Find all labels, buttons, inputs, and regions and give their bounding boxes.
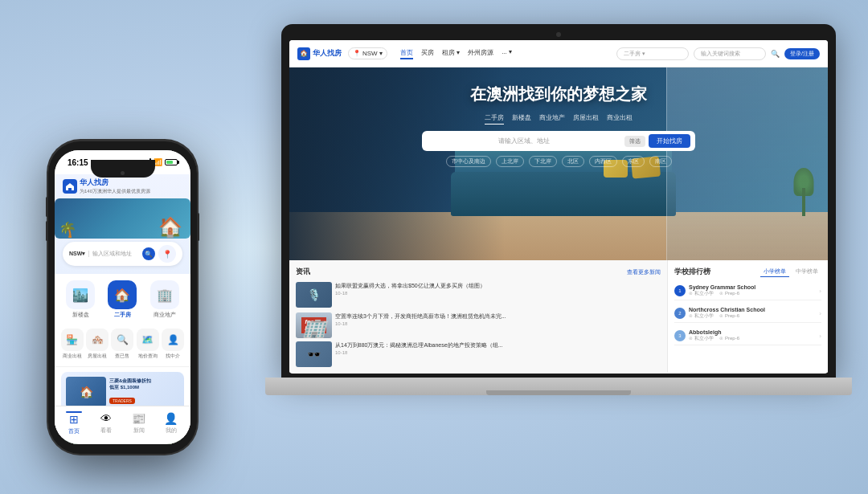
school-rank-1: 1: [674, 285, 686, 296]
phone-nav-profile[interactable]: 👤 我的: [155, 412, 187, 435]
phone-search-bar[interactable]: NSW▾ 输入区域和地址 🔍 📍: [63, 242, 182, 266]
hero-tab-commercial[interactable]: 商业地产: [539, 112, 565, 125]
nav-link-buy[interactable]: 买房: [421, 48, 434, 59]
phone-hero-image: 🌴 🏠: [55, 198, 190, 239]
school-info-2: Northcross Christian School ⊙ 私立小学 ⊙ Pre…: [689, 307, 816, 320]
phone-cat-second-hand[interactable]: 🏠 二手房: [108, 280, 137, 319]
phone-logo-sub: 为140万澳洲华人提供最优质房源: [80, 188, 150, 195]
phone-sec-label-land: 地价查询: [138, 353, 158, 360]
phone-map-button[interactable]: 📍: [158, 245, 176, 263]
school-item-2[interactable]: 2 Northcross Christian School ⊙ 私立小学 ⊙ P…: [674, 304, 821, 323]
hero-tab-second-hand[interactable]: 二手房: [485, 112, 504, 125]
phone-sec-cat-commercial-rent[interactable]: 🏪 商业出租: [61, 329, 84, 360]
phone-nav-browse-label: 看看: [100, 427, 112, 435]
school-item-3[interactable]: 3 Abbotsleigh ⊙ 私立小学 ⊙ Prep-6 ›: [674, 327, 821, 345]
phone-vol-down-button[interactable]: [46, 221, 48, 241]
phone-logo-name: 华人找房: [80, 178, 150, 188]
news-date-2: 10-18: [335, 350, 661, 355]
city-tag-south[interactable]: 南区: [649, 156, 672, 167]
phone-nav-news-label: 新闻: [133, 427, 145, 435]
phone-nav-news[interactable]: 📰 新闻: [123, 412, 155, 435]
news-date-1: 10-18: [335, 321, 661, 326]
phone-cat-new-buildings[interactable]: 🏙️ 新楼盘: [66, 280, 95, 319]
phone-sec-cat-land[interactable]: 🗺️ 地价查询: [137, 329, 159, 360]
hero-tab-rental[interactable]: 房屋出租: [573, 112, 599, 125]
phone-nav-profile-label: 我的: [166, 427, 177, 435]
laptop: 🏠 华人找房 📍 NSW ▾ 首页 买房 租房 ▾ 外州房源 ... ▾: [281, 24, 836, 410]
news-item-video: 🎙️ 如果联盟党赢得大选，将拿出$50亿让澳人更多买房（组图） 10-18: [296, 282, 661, 308]
news-more-link[interactable]: 查看更多新闻: [627, 268, 661, 276]
news-thumb-lease: forLease: [296, 312, 332, 338]
nav-keyword-search[interactable]: 输入关键词搜索: [694, 47, 766, 60]
news-header: 资讯 查看更多新闻: [296, 267, 661, 277]
city-tag-north[interactable]: 北区: [562, 156, 584, 167]
school-tab-secondary[interactable]: 中学榜单: [792, 267, 821, 277]
city-tag-center[interactable]: 市中心及南边: [446, 156, 491, 167]
school-name-3: Abbotsleigh: [689, 329, 816, 335]
nav-property-type: 二手房 ▾: [624, 51, 645, 56]
phone-cat-label-new: 新楼盘: [72, 311, 89, 319]
phone-secondary-categories: 🏪 商业出租 🏘️ 房屋出租 🔍 查已售 🗺️ 地价查询: [55, 325, 190, 367]
phone-body: 16:15 📶: [48, 141, 197, 454]
hero-tab-commercial-rental[interactable]: 商业出租: [607, 112, 633, 125]
school-rank-2: 2: [674, 308, 686, 319]
school-tab-primary[interactable]: 小学榜单: [760, 267, 789, 277]
nav-link-more[interactable]: ... ▾: [502, 48, 512, 59]
phone-sec-icon-land: 🗺️: [137, 329, 159, 351]
nav-link-home[interactable]: 首页: [400, 48, 413, 59]
phone-nav-home-icon: ⊞: [69, 413, 79, 426]
school-arrow-1: ›: [819, 288, 821, 295]
hero-search-input[interactable]: 请输入区域、地址: [427, 137, 621, 145]
phone-search-icon[interactable]: 🔍: [142, 247, 155, 260]
hero-search-btn[interactable]: 开始找房: [649, 134, 690, 148]
site-logo-text: 华人找房: [313, 48, 342, 59]
school-item-1[interactable]: 1 Sydney Grammar School ⊙ 私立小学 ⊙ Prep-6 …: [674, 282, 821, 300]
city-tag-inner-west[interactable]: 内西区: [589, 156, 617, 167]
phone-sec-cat-agent[interactable]: 👤 找中介: [162, 329, 184, 360]
phone-nav-browse-icon: 👁: [100, 412, 112, 425]
phone-sec-cat-house-rent[interactable]: 🏘️ 房屋出租: [86, 329, 108, 360]
phone-nav-home[interactable]: ⊞ 首页: [58, 411, 90, 435]
phone-bottom-nav: ⊞ 首页 👁 看看 📰 新闻 👤 我的: [55, 406, 190, 444]
laptop-screen-outer: 🏠 华人找房 📍 NSW ▾ 首页 买房 租房 ▾ 外州房源 ... ▾: [281, 24, 836, 378]
nav-search-icon[interactable]: 🔍: [771, 50, 780, 58]
phone-screen: 16:15 📶: [55, 150, 190, 444]
phone-ad-badge: TRADERS: [109, 398, 135, 404]
hero-filter-btn[interactable]: 筛选: [624, 136, 645, 147]
phone-cat-commercial[interactable]: 🏢 商业地产: [150, 280, 179, 319]
nav-link-rent[interactable]: 租房 ▾: [442, 48, 460, 59]
phone-cat-label-second: 二手房: [114, 311, 131, 319]
news-content-person: 如果联盟党赢得大选，将拿出$50亿让澳人更多买房（组图） 10-18: [335, 282, 661, 296]
phone-sec-cat-sold[interactable]: 🔍 查已售: [111, 329, 133, 360]
nav-login-btn[interactable]: 登录/注册: [784, 48, 820, 59]
news-list: forLease 空置率连续3个月下滑，开发商拒绝高薪市场！澳洲租赁危机尚未完.…: [296, 312, 661, 367]
phone-search-placeholder[interactable]: 输入区域和地址: [92, 250, 139, 258]
city-tag-lower-north[interactable]: 下北岸: [529, 156, 557, 167]
phone-cat-label-commercial: 商业地产: [154, 311, 176, 319]
news-item-1: forLease 空置率连续3个月下滑，开发商拒绝高薪市场！澳洲租赁危机尚未完.…: [296, 312, 661, 338]
phone-cat-icon-commercial: 🏢: [150, 280, 179, 309]
phone-nav-browse[interactable]: 👁 看看: [90, 412, 122, 435]
battery-fill: [166, 161, 173, 164]
school-list: 1 Sydney Grammar School ⊙ 私立小学 ⊙ Prep-6 …: [674, 282, 821, 345]
nav-search-box[interactable]: 二手房 ▾: [616, 47, 689, 60]
hero-tab-new[interactable]: 新楼盘: [512, 112, 531, 125]
news-section: 资讯 查看更多新闻 🎙️ 如果联盟党赢得大选，将拿出$50亿让澳人更多买房（组图…: [289, 260, 667, 373]
phone-search-location[interactable]: NSW▾: [69, 251, 89, 257]
school-info-3: Abbotsleigh ⊙ 私立小学 ⊙ Prep-6: [689, 329, 816, 342]
site-news-section: 资讯 查看更多新闻 🎙️ 如果联盟党赢得大选，将拿出$50亿让澳人更多买房（组图…: [289, 260, 828, 373]
site-nav: 🏠 华人找房 📍 NSW ▾ 首页 买房 租房 ▾ 外州房源 ... ▾: [289, 40, 828, 67]
phone-power-button[interactable]: [197, 213, 199, 241]
site-logo: 🏠 华人找房: [297, 47, 342, 60]
nav-link-overseas[interactable]: 外州房源: [468, 48, 493, 59]
nav-location-text: NSW ▾: [362, 50, 383, 57]
news-text-person: 如果联盟党赢得大选，将拿出$50亿让澳人更多买房（组图）: [335, 282, 661, 289]
news-text-2: 从14万到880万澳元：揭秘澳洲总理Albanese的地产投资策略（组...: [335, 341, 661, 349]
nav-location[interactable]: 📍 NSW ▾: [348, 47, 387, 59]
city-tag-upper-north[interactable]: 上北岸: [496, 156, 524, 167]
phone-vol-up-button[interactable]: [46, 197, 48, 217]
city-tag-east[interactable]: 东区: [622, 156, 645, 167]
site-logo-icon: 🏠: [297, 47, 310, 60]
scene: 🏠 华人找房 📍 NSW ▾ 首页 买房 租房 ▾ 外州房源 ... ▾: [0, 0, 868, 494]
news-thumb-person: 🎙️: [296, 282, 332, 308]
